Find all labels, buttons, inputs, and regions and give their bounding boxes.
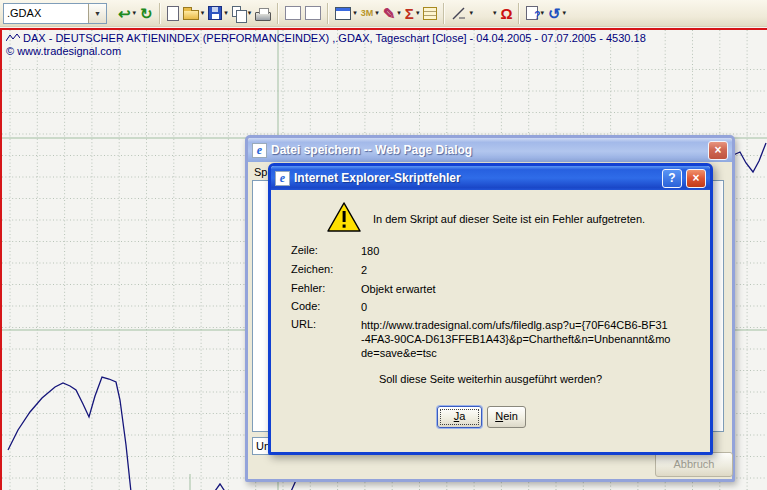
chart-watermark: © www.tradesignal.com — [6, 45, 121, 57]
save-dialog-title: Datei speichern -- Web Page Dialog — [271, 143, 704, 157]
save-dialog-clipped-label: Sp — [254, 166, 267, 178]
error-dialog-title: Internet Explorer-Skriptfehler — [294, 171, 658, 185]
chevron-down-icon: ▾ — [353, 9, 357, 17]
chart-title: DAX - DEUTSCHER AKTIENINDEX (PERFORMANCE… — [23, 32, 646, 44]
copy-icon[interactable]: ▾ — [230, 1, 254, 25]
chevron-down-icon: ▾ — [201, 9, 205, 17]
chevron-down-icon: ▾ — [133, 9, 137, 17]
error-row-line: Zeile:180 — [291, 244, 691, 258]
yes-button[interactable]: Ja — [437, 406, 482, 428]
magnet-icon[interactable]: Ω — [498, 1, 514, 25]
close-icon[interactable]: × — [708, 141, 728, 160]
chart-blue-icon[interactable] — [303, 1, 323, 25]
error-message: In dem Skript auf dieser Seite ist ein F… — [373, 212, 673, 226]
chevron-down-icon: ▾ — [540, 9, 544, 17]
error-row-error: Fehler:Objekt erwartet — [291, 282, 691, 296]
reset-icon[interactable]: ↺▾ — [546, 1, 568, 25]
continue-question: Soll diese Seite weiterhin ausgeführt we… — [271, 373, 710, 385]
strategy-sigma-icon[interactable]: Σ▾ — [403, 1, 422, 25]
symbol-combobox-value: .GDAX — [4, 4, 88, 23]
combobox-dropdown-icon[interactable]: ▼ — [88, 4, 106, 23]
script-icon[interactable]: ?▾ — [524, 1, 546, 25]
toolbar-separator — [159, 3, 161, 24]
chevron-down-icon: ▾ — [397, 9, 401, 17]
new-document-icon[interactable] — [165, 1, 181, 25]
toolbar-separator — [443, 3, 445, 24]
no-button[interactable]: Nein — [487, 406, 526, 428]
close-icon[interactable]: × — [686, 169, 706, 188]
toolbar-separator — [327, 3, 329, 24]
chevron-down-icon: ▾ — [493, 9, 497, 17]
pointer-icon[interactable]: ▾ — [475, 1, 499, 25]
properties-icon[interactable] — [421, 1, 439, 25]
symbol-combobox[interactable]: .GDAX ▼ — [3, 3, 107, 24]
chevron-down-icon: ▾ — [416, 9, 420, 17]
error-row-url: URL:http://www.tradesignal.com/ufs/filed… — [291, 318, 691, 360]
error-dialog-body: In dem Skript auf dieser Seite ist ein F… — [271, 190, 710, 452]
timeframe-3m-icon[interactable]: 3M▾ — [359, 1, 381, 25]
print-icon[interactable] — [253, 1, 273, 25]
application-window: .GDAX ▼ ↩▾↻▾▾▾▾3M▾✎▾Σ▾▾▾Ω?▾↺▾ DAX - DEUT… — [0, 0, 767, 490]
draw-line-icon[interactable]: ▾ — [449, 1, 475, 25]
zigzag-line-icon — [6, 33, 20, 43]
chevron-down-icon: ▾ — [248, 9, 252, 17]
error-dialog-titlebar[interactable]: e Internet Explorer-Skriptfehler ? × — [271, 166, 710, 190]
toolbar-separator — [277, 3, 279, 24]
error-row-char: Zeichen:2 — [291, 263, 691, 277]
cancel-button[interactable]: Abbruch — [655, 452, 733, 477]
script-error-dialog: e Internet Explorer-Skriptfehler ? × In … — [268, 163, 713, 455]
chevron-down-icon: ▾ — [469, 9, 473, 17]
internet-explorer-icon: e — [252, 143, 267, 158]
error-row-code: Code:0 — [291, 300, 691, 314]
refresh-icon[interactable]: ↻ — [138, 1, 155, 25]
chart-red-icon[interactable] — [283, 1, 303, 25]
window-layout-icon[interactable]: ▾ — [333, 1, 359, 25]
help-icon[interactable]: ? — [662, 169, 682, 188]
chevron-down-icon: ▾ — [375, 9, 379, 17]
chevron-down-icon: ▾ — [563, 9, 567, 17]
save-dialog-titlebar[interactable]: e Datei speichern -- Web Page Dialog × — [248, 138, 732, 162]
main-toolbar: .GDAX ▼ ↩▾↻▾▾▾▾3M▾✎▾Σ▾▾▾Ω?▾↺▾ — [0, 0, 767, 27]
save-icon[interactable]: ▾ — [206, 1, 230, 25]
warning-icon — [327, 202, 361, 233]
chevron-down-icon: ▾ — [224, 9, 228, 17]
open-folder-icon[interactable]: ▾ — [181, 1, 207, 25]
toolbar-buttons: ↩▾↻▾▾▾▾3M▾✎▾Σ▾▾▾Ω?▾↺▾ — [116, 1, 568, 25]
internet-explorer-icon: e — [275, 171, 290, 186]
indicator-pen-icon[interactable]: ✎▾ — [381, 1, 403, 25]
chart-title-row: DAX - DEUTSCHER AKTIENINDEX (PERFORMANCE… — [6, 32, 646, 44]
back-icon[interactable]: ↩▾ — [116, 1, 138, 25]
toolbar-separator — [518, 3, 520, 24]
